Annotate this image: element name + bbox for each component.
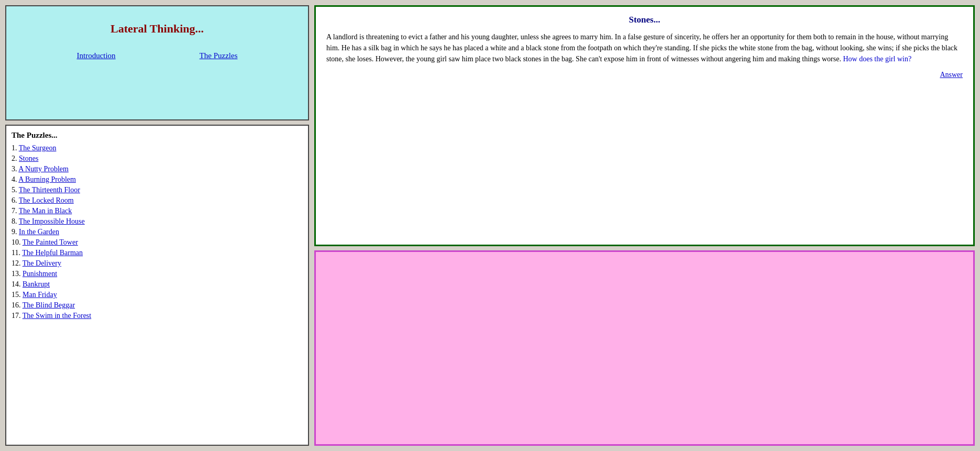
right-panel: Stones... A landlord is threatening to e… (314, 5, 975, 446)
puzzle-link-2[interactable]: Stones (19, 155, 38, 162)
pink-box (314, 250, 975, 446)
puzzle-list-title: The Puzzles... (12, 131, 305, 140)
puzzle-link-14[interactable]: Bankrupt (23, 280, 50, 288)
list-item: 2. Stones (12, 155, 305, 163)
list-item: 1. The Surgeon (12, 144, 305, 152)
list-item: 11. The Helpful Barman (12, 249, 305, 257)
list-item: 7. The Man in Black (12, 207, 305, 215)
puzzle-list-box: The Puzzles... 1. The Surgeon 2. Stones … (5, 125, 309, 446)
puzzle-link-17[interactable]: The Swim in the Forest (23, 312, 91, 320)
content-body: A landlord is threatening to evict a fat… (326, 31, 963, 64)
list-item: 13. Punishment (12, 270, 305, 278)
puzzle-link-11[interactable]: The Helpful Barman (22, 249, 83, 257)
list-item: 6. The Locked Room (12, 196, 305, 205)
introduction-link[interactable]: Introduction (76, 51, 115, 60)
puzzle-link-7[interactable]: The Man in Black (19, 207, 72, 215)
puzzle-link-4[interactable]: A Burning Problem (18, 175, 76, 183)
list-item: 12. The Delivery (12, 259, 305, 268)
puzzle-link-12[interactable]: The Delivery (23, 259, 61, 267)
page-title: Lateral Thinking... (111, 22, 204, 36)
list-item: 17. The Swim in the Forest (12, 312, 305, 320)
puzzle-link-15[interactable]: Man Friday (23, 291, 57, 299)
header-nav: Introduction The Puzzles (76, 51, 237, 60)
puzzle-link-10[interactable]: The Painted Tower (23, 238, 78, 246)
list-item: 16. The Blind Beggar (12, 301, 305, 310)
puzzle-link-6[interactable]: The Locked Room (19, 196, 74, 204)
puzzles-link[interactable]: The Puzzles (200, 51, 238, 60)
answer-link-container: Answer (326, 71, 963, 79)
puzzle-link-3[interactable]: A Nutty Problem (18, 165, 69, 173)
puzzle-link-13[interactable]: Punishment (23, 270, 57, 278)
list-item: 10. The Painted Tower (12, 238, 305, 247)
content-box: Stones... A landlord is threatening to e… (314, 5, 975, 246)
puzzle-list-scroll[interactable]: The Puzzles... 1. The Surgeon 2. Stones … (12, 131, 308, 424)
answer-link[interactable]: Answer (940, 71, 963, 79)
content-title: Stones... (326, 15, 963, 25)
puzzle-link-8[interactable]: The Impossible House (19, 217, 85, 225)
header-box: Lateral Thinking... Introduction The Puz… (5, 5, 309, 120)
puzzle-link-16[interactable]: The Blind Beggar (23, 301, 75, 309)
puzzle-link-5[interactable]: The Thirteenth Floor (19, 186, 80, 194)
puzzle-link-1[interactable]: The Surgeon (19, 144, 57, 152)
list-item: 9. In the Garden (12, 228, 305, 236)
puzzle-link-9[interactable]: In the Garden (19, 228, 59, 236)
list-item: 8. The Impossible House (12, 217, 305, 226)
list-item: 5. The Thirteenth Floor (12, 186, 305, 194)
list-item: 15. Man Friday (12, 291, 305, 299)
list-item: 14. Bankrupt (12, 280, 305, 289)
left-panel: Lateral Thinking... Introduction The Puz… (5, 5, 309, 446)
list-item: 3. A Nutty Problem (12, 165, 305, 173)
content-question: How does the girl win? (843, 55, 911, 63)
list-item: 4. A Burning Problem (12, 175, 305, 184)
